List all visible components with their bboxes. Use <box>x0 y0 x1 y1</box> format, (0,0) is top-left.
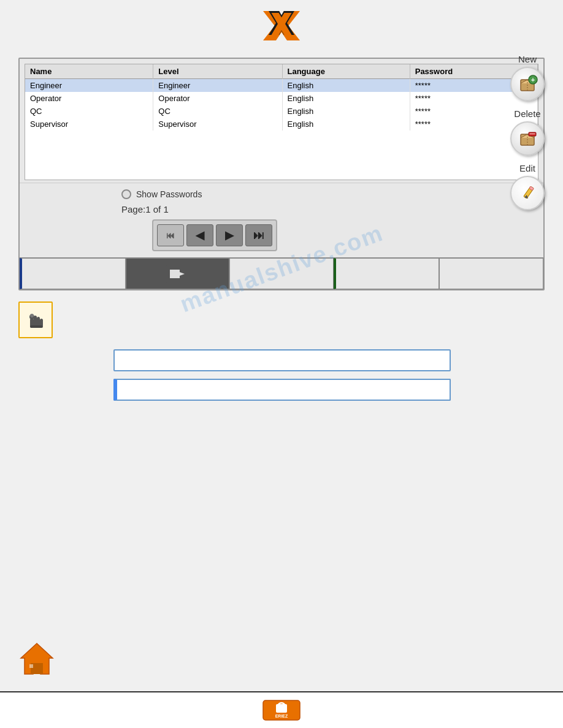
table-row[interactable]: QC QC English ***** <box>25 105 538 118</box>
table-header-row: Name Level Language Password <box>25 64 538 79</box>
show-passwords-row: Show Passwords <box>121 189 534 199</box>
show-passwords-radio[interactable] <box>121 189 131 199</box>
delete-box-icon: — <box>517 128 538 149</box>
tab-item-4[interactable] <box>334 258 440 289</box>
user-level: Engineer <box>153 79 282 93</box>
svg-point-27 <box>30 314 34 317</box>
input-field-2[interactable] <box>113 379 451 401</box>
delete-button-group: Delete — <box>510 108 545 156</box>
x-logo-icon <box>263 11 300 40</box>
user-language: English <box>282 92 410 105</box>
touch-hand-icon <box>24 307 47 333</box>
edit-pencil-icon <box>518 184 537 202</box>
first-page-button[interactable]: ⏮ <box>157 224 184 246</box>
table-row[interactable]: Operator Operator English ***** <box>25 92 538 105</box>
col-level: Level <box>153 64 282 79</box>
svg-text:+: + <box>531 76 535 83</box>
navigation-buttons: ⏮ ◀ ▶ ⏭ <box>152 219 277 251</box>
next-page-button[interactable]: ▶ <box>216 224 243 246</box>
user-language: English <box>282 79 410 93</box>
tab-item-3[interactable] <box>229 258 334 289</box>
footer: ERIEZ <box>0 691 563 728</box>
svg-rect-25 <box>30 325 43 328</box>
svg-text:—: — <box>530 131 535 137</box>
bottom-controls: Show Passwords Page:1 of 1 ⏮ ◀ ▶ ⏭ <box>20 183 543 257</box>
eriez-logo-icon: ERIEZ <box>260 698 303 722</box>
user-name: Supervisor <box>25 118 153 131</box>
touch-section <box>18 301 563 338</box>
user-language: English <box>282 105 410 118</box>
tab-item-1[interactable] <box>20 258 126 289</box>
empty-table-area <box>25 131 538 180</box>
svg-text:ERIEZ: ERIEZ <box>275 714 288 718</box>
prev-page-button[interactable]: ◀ <box>186 224 213 246</box>
field-row-1 <box>113 349 502 371</box>
edit-button-group: Edit <box>510 163 545 210</box>
home-icon[interactable] <box>18 641 55 677</box>
edit-button[interactable] <box>510 176 545 210</box>
table-row[interactable]: Engineer Engineer English ***** <box>25 79 538 93</box>
action-buttons-panel: New + Delete — <box>510 54 545 210</box>
new-button[interactable]: + <box>510 67 545 101</box>
new-button-group: New + <box>510 54 545 101</box>
show-passwords-label: Show Passwords <box>136 189 202 199</box>
delete-label: Delete <box>514 108 540 119</box>
tab-arrow-icon <box>166 265 188 282</box>
svg-marker-20 <box>170 270 185 278</box>
user-name: Operator <box>25 92 153 105</box>
last-page-button[interactable]: ⏭ <box>245 224 272 246</box>
col-name: Name <box>25 64 153 79</box>
user-level: Supervisor <box>153 118 282 131</box>
field-row-2 <box>113 379 502 401</box>
page-info: Page:1 of 1 <box>121 204 534 214</box>
touch-icon-box[interactable] <box>18 301 53 338</box>
home-section[interactable] <box>18 641 55 679</box>
user-name: Engineer <box>25 79 153 93</box>
top-logo-area <box>0 0 563 47</box>
svg-rect-30 <box>29 664 33 668</box>
table-row[interactable]: Supervisor Supervisor English ***** <box>25 118 538 131</box>
new-box-icon: + <box>517 74 538 94</box>
tab-item-5[interactable] <box>439 258 543 289</box>
new-label: New <box>518 54 537 64</box>
user-level: QC <box>153 105 282 118</box>
user-language: English <box>282 118 410 131</box>
main-panel: Name Level Language Password Engineer En… <box>18 58 545 290</box>
tab-bar <box>20 257 543 289</box>
edit-label: Edit <box>519 163 535 173</box>
user-name: QC <box>25 105 153 118</box>
svg-rect-23 <box>37 317 40 327</box>
col-language: Language <box>282 64 410 79</box>
input-fields-section <box>113 349 502 401</box>
users-table-section: Name Level Language Password Engineer En… <box>25 64 538 180</box>
delete-button[interactable]: — <box>510 121 545 156</box>
input-field-1[interactable] <box>113 349 451 371</box>
user-level: Operator <box>153 92 282 105</box>
users-table: Name Level Language Password Engineer En… <box>25 64 538 131</box>
tab-item-2[interactable] <box>126 258 230 289</box>
